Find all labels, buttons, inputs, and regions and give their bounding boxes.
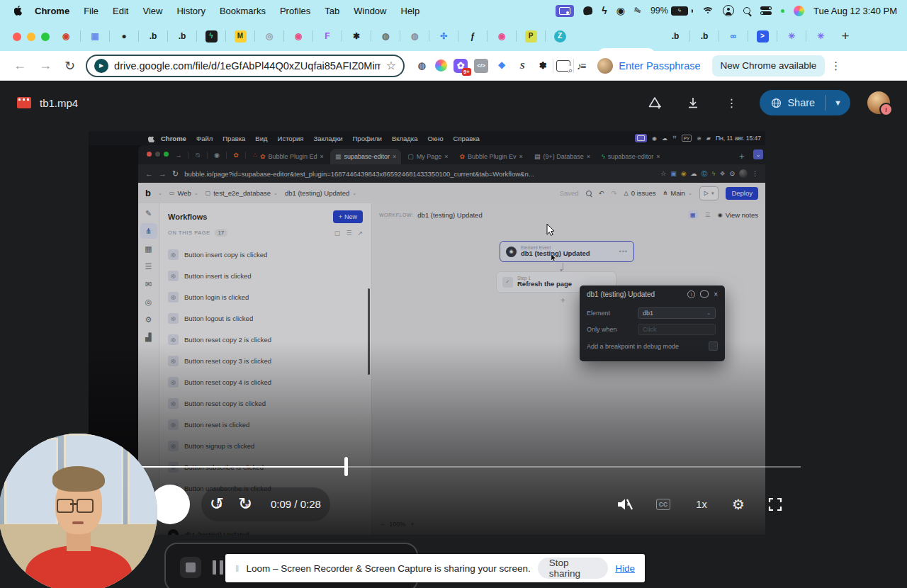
menu-item-profiles[interactable]: Profiles — [273, 6, 317, 16]
spiral-tab[interactable]: ◍ — [404, 26, 425, 47]
forward-button[interactable]: → — [33, 58, 58, 73]
undo-icon[interactable]: ↶ — [599, 189, 604, 197]
player-settings-icon[interactable]: ⚙ — [728, 494, 748, 514]
inner-tab-close-icon[interactable]: × — [320, 153, 324, 160]
bubble-tab-3[interactable]: .b — [665, 26, 686, 47]
play-circle-icon[interactable]: ◉ — [616, 5, 625, 16]
rewind-10-button[interactable]: ↺10 — [210, 494, 228, 513]
account-avatar[interactable]: ! — [867, 91, 890, 114]
redo-icon[interactable]: ↷ — [612, 189, 617, 197]
inner-url-text[interactable]: bubble.io/page?id=supabase-editor&test_p… — [184, 170, 655, 178]
design-tool-icon[interactable]: ✎ — [140, 205, 157, 221]
asterisk-tab[interactable]: ✳ — [781, 26, 802, 47]
new-chrome-available-button[interactable]: New Chrome available — [712, 55, 826, 77]
workflow-list-item[interactable]: ◎Button reset copy 4 is clicked — [159, 371, 371, 392]
github-tab[interactable]: ● — [113, 26, 135, 47]
menu-item-tab[interactable]: Tab — [317, 6, 347, 16]
workflow-icon[interactable]: ⋔ — [140, 223, 157, 239]
p-badge-tab[interactable]: P — [520, 26, 541, 47]
inner-close-button[interactable] — [147, 152, 152, 157]
menu-item-bookmarks[interactable]: Bookmarks — [213, 6, 273, 16]
flux-tab[interactable]: ƒ — [462, 26, 483, 47]
menubar-clock[interactable]: Tue Aug 12 3:40 PM — [813, 6, 897, 16]
screen-sharing-icon[interactable] — [556, 5, 574, 17]
inner-pinned-tab[interactable]: ◉ — [209, 152, 225, 159]
chrome-menu-icon[interactable]: ⋮ — [830, 60, 841, 72]
comment-icon[interactable] — [700, 290, 709, 298]
scrollbar[interactable] — [368, 288, 370, 375]
workflow-canvas[interactable]: WORKFLOW: db1 (testing) Updated ▦ ☰ ◉Vie… — [372, 203, 765, 535]
bluesky-tab[interactable]: ✣ — [433, 26, 454, 47]
event-properties-popup[interactable]: db1 (testing) Updated i × Element db1⌄ — [580, 285, 725, 361]
new-workflow-button[interactable]: +New — [333, 210, 363, 223]
issues-indicator[interactable]: △0 issues — [624, 189, 656, 197]
insights-icon[interactable]: ▟ — [140, 329, 157, 345]
inner-tab[interactable]: ✿Bubble Plugin Ev× — [455, 149, 528, 164]
privacy-ext-icon[interactable]: ◍ — [415, 59, 429, 73]
bolt-icon[interactable]: ϟ — [602, 5, 607, 16]
inner-minimize-button[interactable] — [155, 152, 160, 157]
zapier-tab[interactable]: Z — [549, 26, 570, 47]
wifi-icon[interactable] — [702, 7, 714, 15]
pencil-off-icon[interactable]: ✎ — [634, 6, 641, 16]
supabase-tab[interactable]: ϟ — [201, 26, 222, 47]
workflow-list-item[interactable]: ◎Button insert copy is clicked — [159, 244, 371, 265]
user-menu-icon[interactable] — [723, 5, 734, 16]
bookmark-star-icon[interactable]: ☆ — [386, 59, 396, 72]
inner-tab-close-icon[interactable]: × — [587, 153, 590, 160]
minimize-window-button[interactable] — [27, 33, 35, 41]
webcam-overlay[interactable] — [0, 434, 157, 588]
openai-tab[interactable]: ✱ — [346, 26, 367, 47]
video-frame[interactable]: ChromeФайлПравкаВидИсторияЗакладкиПрофил… — [89, 131, 765, 535]
more-options-icon[interactable]: ⋮ — [717, 89, 745, 117]
bubble-logo[interactable]: b — [145, 188, 151, 198]
inner-tab-search-icon[interactable]: ⌄ — [753, 149, 763, 159]
mute-icon[interactable] — [615, 494, 635, 514]
event-node[interactable]: ◉ Element Event db1 (testing) Updated ••… — [500, 241, 634, 262]
miro-tab[interactable]: M — [230, 26, 251, 47]
env-dropdown[interactable]: ▭Web⌄ — [169, 189, 198, 197]
code-tab[interactable]: > — [752, 26, 773, 47]
info-icon[interactable]: i — [687, 290, 695, 298]
menu-item-window[interactable]: Window — [347, 6, 393, 16]
menu-item-file[interactable]: File — [77, 6, 106, 16]
chat-icon[interactable]: ✉ — [140, 276, 157, 292]
inner-zoom-button[interactable] — [164, 152, 169, 157]
share-button[interactable]: Share ▼ — [760, 90, 850, 115]
screen-search-icon[interactable] — [556, 60, 570, 72]
plugin-badge-ext-icon[interactable]: ✿9+ — [454, 59, 468, 73]
debug-icon[interactable]: ◎ — [140, 294, 157, 310]
puzzle-ext-icon[interactable]: ❖ — [495, 59, 509, 73]
app-dropdown[interactable]: ▢test_e2e_database⌄ — [205, 189, 278, 197]
menu-item-view[interactable]: View — [135, 6, 169, 16]
progress-handle[interactable] — [344, 457, 348, 476]
dribbble-tab[interactable]: ◉ — [288, 26, 309, 47]
workflow-list-item[interactable]: ◎Button login is clicked — [159, 286, 371, 307]
inner-pinned-tab[interactable]: → — [171, 152, 186, 159]
control-center-icon[interactable] — [760, 6, 772, 16]
workflow-item-selected[interactable]: ◉ db1 (testing) Updated — [159, 524, 388, 535]
reload-button[interactable]: ↻ — [58, 58, 81, 74]
view-notes-button[interactable]: ◉View notes — [718, 211, 758, 219]
address-bar[interactable]: ▶ drive.google.com/file/d/1eGfAbPl44Q0xZ… — [86, 55, 405, 77]
forward-10-button[interactable]: ↻10 — [238, 494, 257, 513]
panel-icons[interactable]: ▢☰↗ — [334, 230, 363, 237]
inner-menu-item[interactable]: Вкладка — [387, 135, 423, 142]
inner-tab[interactable]: ▢My Page× — [402, 149, 453, 164]
inner-menu-item[interactable]: Правка — [218, 135, 250, 142]
inner-tab-close-icon[interactable]: × — [444, 153, 448, 160]
workflow-list-item[interactable]: ◎Button insert is clicked — [159, 265, 371, 286]
kangaroo-app-icon[interactable] — [582, 6, 593, 16]
playback-speed-button[interactable]: 1x — [692, 494, 711, 514]
canvas-zoom-control[interactable]: − 100% + — [381, 521, 415, 528]
add-step-icon[interactable]: + — [560, 295, 565, 305]
back-button[interactable]: ← — [7, 58, 33, 73]
menu-item-edit[interactable]: Edit — [106, 6, 135, 16]
workflow-list-item[interactable]: ◎Button reset copy is clicked — [159, 392, 371, 414]
element-select[interactable]: db1⌄ — [638, 307, 716, 319]
inner-new-tab-button[interactable]: + — [739, 151, 745, 162]
preview-button[interactable]: ▷▾ — [699, 186, 719, 200]
spotlight-icon[interactable] — [743, 7, 751, 15]
stylus-ext-icon[interactable]: S — [515, 59, 529, 73]
menu-item-help[interactable]: Help — [394, 6, 427, 16]
